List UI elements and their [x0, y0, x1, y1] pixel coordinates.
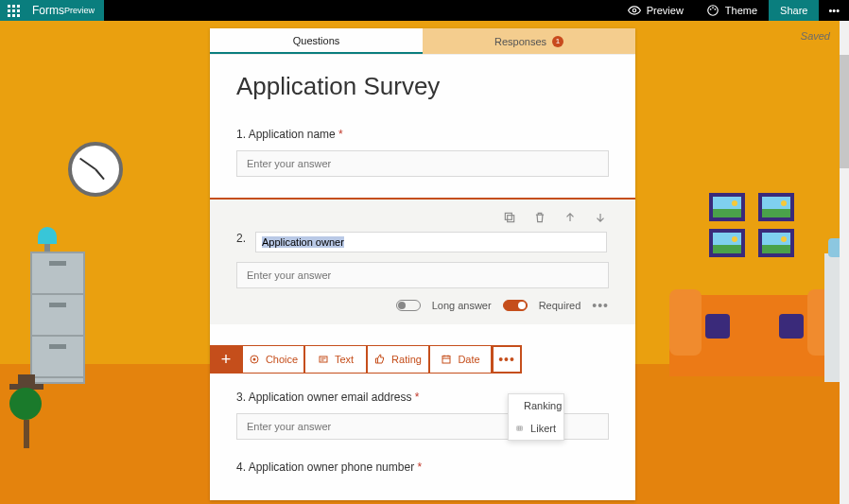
- add-rating-button[interactable]: Rating: [367, 345, 429, 374]
- question-text: Application owner phone number: [249, 461, 414, 474]
- question-label: 4. Application owner phone number *: [236, 461, 609, 474]
- calendar-icon: [441, 354, 452, 365]
- lamp-decoration: [38, 227, 57, 244]
- question-more-icon[interactable]: •••: [592, 298, 609, 313]
- answer-input[interactable]: [236, 262, 609, 288]
- text-icon: [318, 354, 329, 365]
- tab-responses[interactable]: Responses 1: [423, 28, 635, 54]
- radio-icon: [249, 354, 260, 365]
- svg-point-8: [252, 358, 255, 361]
- waffle-icon: [8, 5, 20, 17]
- palette-icon: [706, 4, 719, 17]
- required-asterisk: *: [338, 128, 343, 141]
- question-text: Application owner email address: [249, 391, 412, 404]
- thumbs-up-icon: [374, 354, 386, 365]
- long-answer-label: Long answer: [432, 300, 492, 311]
- dropdown-item-ranking[interactable]: Ranking: [509, 394, 563, 417]
- question-title-text: Application owner: [262, 236, 344, 248]
- picture-decoration: [758, 229, 794, 257]
- long-answer-toggle[interactable]: [396, 300, 421, 311]
- question-number: 3.: [236, 391, 246, 404]
- form-surface: Questions Responses 1 Application Survey…: [210, 28, 635, 500]
- dropdown-item-likert[interactable]: Likert: [509, 417, 563, 440]
- question-number: 4.: [236, 461, 246, 474]
- add-more-dropdown: Ranking Likert: [508, 393, 564, 441]
- responses-badge: 1: [552, 36, 563, 47]
- add-rating-label: Rating: [391, 354, 422, 365]
- share-label: Share: [780, 5, 807, 16]
- tab-questions[interactable]: Questions: [210, 28, 423, 54]
- likert-icon: [516, 423, 523, 434]
- form-body: Application Survey 1. Application name *: [210, 55, 635, 500]
- copy-icon[interactable]: [503, 211, 516, 224]
- add-text-button[interactable]: Text: [304, 345, 367, 374]
- eye-icon: [628, 4, 641, 17]
- clock-decoration: [68, 142, 123, 197]
- add-text-label: Text: [335, 354, 354, 365]
- vertical-scrollbar[interactable]: [840, 21, 849, 504]
- question-title-input[interactable]: Application owner: [255, 232, 607, 252]
- appbar-spacer: [104, 0, 616, 21]
- question-text: Application name: [249, 128, 336, 141]
- svg-point-3: [712, 7, 714, 9]
- required-asterisk: *: [417, 461, 422, 474]
- sofa-decoration: [669, 295, 840, 376]
- move-down-icon[interactable]: [594, 211, 607, 224]
- ellipsis-icon: •••: [828, 5, 840, 16]
- brand[interactable]: FormsPreview: [26, 0, 104, 21]
- cabinet-decoration: [30, 252, 85, 384]
- question-number: 1.: [236, 128, 246, 141]
- question-label: 1. Application name *: [236, 128, 609, 141]
- picture-decoration: [709, 193, 745, 221]
- brand-name: Forms: [32, 4, 64, 17]
- add-date-button[interactable]: Date: [429, 345, 492, 374]
- answer-input[interactable]: [236, 150, 609, 177]
- page-canvas: Saved Questions Responses 1 Application …: [0, 21, 849, 504]
- question-number: 2.: [236, 232, 255, 245]
- dropdown-label: Likert: [530, 423, 556, 434]
- required-asterisk: *: [415, 391, 420, 404]
- app-launcher[interactable]: [0, 0, 26, 21]
- form-title[interactable]: Application Survey: [236, 72, 609, 101]
- dropdown-label: Ranking: [524, 400, 562, 411]
- svg-rect-10: [442, 356, 450, 364]
- picture-decoration: [709, 229, 745, 257]
- svg-point-2: [710, 9, 712, 10]
- add-more-button[interactable]: •••: [492, 345, 522, 374]
- tab-label: Questions: [293, 35, 340, 46]
- question-toolbar: [236, 209, 609, 232]
- theme-label: Theme: [725, 5, 757, 16]
- svg-rect-6: [505, 213, 511, 219]
- svg-rect-9: [320, 356, 327, 362]
- scroll-thumb[interactable]: [840, 55, 849, 168]
- question-block-selected[interactable]: 2. Application owner Long answer Require…: [210, 198, 635, 324]
- svg-point-4: [714, 9, 716, 10]
- plant-decoration: [9, 374, 43, 448]
- question-block[interactable]: 4. Application owner phone number *: [236, 461, 609, 474]
- tab-strip: Questions Responses 1: [210, 28, 635, 55]
- share-button[interactable]: Share: [769, 0, 819, 21]
- add-choice-button[interactable]: Choice: [242, 345, 304, 374]
- app-bar: FormsPreview Preview Theme Share •••: [0, 0, 849, 21]
- add-date-label: Date: [458, 354, 479, 365]
- brand-suffix: Preview: [64, 6, 95, 15]
- add-question-button[interactable]: +: [210, 345, 242, 374]
- svg-point-0: [632, 9, 636, 12]
- move-up-icon[interactable]: [563, 211, 577, 224]
- required-toggle[interactable]: [503, 300, 528, 311]
- saved-status: Saved: [801, 30, 830, 42]
- tab-label: Responses: [494, 36, 546, 47]
- question-options: Long answer Required •••: [236, 298, 609, 313]
- picture-decoration: [758, 193, 794, 221]
- svg-rect-5: [508, 216, 514, 222]
- add-choice-label: Choice: [266, 354, 298, 365]
- question-block[interactable]: 1. Application name *: [236, 128, 609, 177]
- preview-label: Preview: [647, 5, 684, 16]
- required-label: Required: [539, 300, 581, 311]
- trash-icon[interactable]: [533, 211, 546, 224]
- preview-button[interactable]: Preview: [616, 0, 695, 21]
- theme-button[interactable]: Theme: [695, 0, 769, 21]
- more-button[interactable]: •••: [819, 0, 849, 21]
- add-question-row: + Choice Text Rating Date •••: [210, 345, 635, 374]
